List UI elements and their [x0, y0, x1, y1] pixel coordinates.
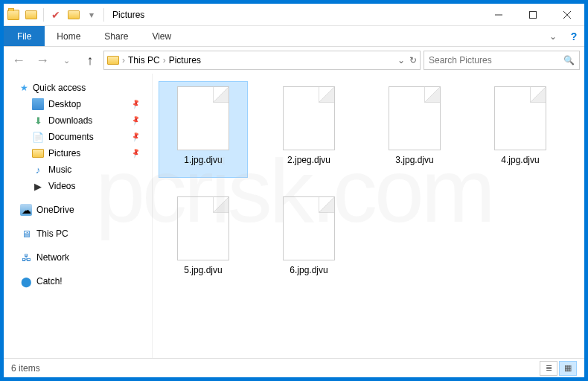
catch-icon: ⬤: [20, 275, 32, 287]
pictures-icon: [107, 54, 119, 66]
breadcrumb-pictures[interactable]: Pictures: [169, 55, 201, 65]
sidebar-this-pc[interactable]: 🖥 This PC: [7, 225, 149, 242]
explorer-window: ✔ ▾ Pictures File Home Share View ⌄ ?: [3, 3, 585, 378]
sidebar-item-documents[interactable]: 📄 Documents: [7, 129, 149, 145]
details-view-button[interactable]: ≣: [540, 361, 557, 376]
quick-access-toolbar: ✔ ▾ Pictures: [4, 7, 144, 23]
breadcrumb-thispc[interactable]: This PC: [128, 55, 160, 65]
separator: [43, 8, 44, 22]
titlebar: ✔ ▾ Pictures: [4, 4, 584, 26]
body: ★ Quick access Desktop ⬇ Downloads 📄 Doc…: [4, 74, 584, 358]
file-item[interactable]: 5.jpg.djvu: [159, 191, 248, 288]
sidebar-onedrive[interactable]: ☁ OneDrive: [7, 202, 149, 218]
up-button[interactable]: ↑: [80, 50, 100, 71]
file-icon: [494, 86, 546, 150]
expand-ribbon-icon[interactable]: ⌄: [543, 26, 563, 46]
address-dropdown-icon[interactable]: ⌄: [397, 55, 405, 65]
minimize-button[interactable]: [482, 4, 516, 26]
music-icon: ♪: [32, 164, 44, 176]
search-box[interactable]: 🔍: [424, 51, 580, 70]
file-item[interactable]: 3.jpg.djvu: [370, 81, 459, 178]
sidebar-item-desktop[interactable]: Desktop: [7, 96, 149, 112]
file-name: 5.jpg.djvu: [184, 265, 222, 275]
thumbnails-view-button[interactable]: ▦: [559, 361, 577, 376]
navigation-pane[interactable]: ★ Quick access Desktop ⬇ Downloads 📄 Doc…: [4, 74, 153, 358]
chevron-right-icon[interactable]: ›: [163, 55, 166, 65]
sidebar-quick-access[interactable]: ★ Quick access: [7, 80, 149, 96]
chevron-right-icon[interactable]: ›: [122, 55, 125, 65]
network-icon: 🖧: [20, 252, 32, 263]
folder-icon[interactable]: [65, 7, 82, 23]
pc-icon: 🖥: [20, 228, 32, 240]
refresh-icon[interactable]: ↻: [409, 55, 417, 65]
sidebar-catch[interactable]: ⬤ Catch!: [7, 273, 149, 289]
separator: [103, 8, 104, 22]
search-input[interactable]: [429, 55, 563, 65]
search-icon[interactable]: 🔍: [563, 55, 575, 65]
file-name: 4.jpg.djvu: [501, 155, 539, 165]
sidebar-item-downloads[interactable]: ⬇ Downloads: [7, 112, 149, 129]
file-item[interactable]: 4.jpg.djvu: [476, 81, 565, 178]
documents-icon: 📄: [32, 131, 44, 143]
window-controls: [482, 4, 584, 26]
onedrive-icon: ☁: [20, 204, 32, 216]
file-tab[interactable]: File: [4, 26, 45, 46]
downloads-icon: ⬇: [32, 115, 44, 127]
file-icon: [389, 86, 441, 150]
file-icon: [177, 86, 229, 150]
tab-view[interactable]: View: [140, 26, 183, 46]
maximize-button[interactable]: [516, 4, 550, 26]
sidebar-item-pictures[interactable]: Pictures: [7, 145, 149, 161]
svg-rect-1: [530, 11, 537, 18]
statusbar: 6 items ≣ ▦: [4, 358, 584, 377]
forward-button[interactable]: →: [32, 50, 53, 71]
sidebar-item-music[interactable]: ♪ Music: [7, 161, 149, 178]
desktop-icon: [32, 98, 44, 110]
pictures-icon: [32, 147, 44, 159]
back-button[interactable]: ←: [8, 50, 29, 71]
file-icon: [283, 196, 335, 260]
recent-dropdown[interactable]: ⌄: [56, 50, 77, 71]
status-count: 6 items: [11, 363, 40, 374]
file-item[interactable]: 1.jpg.djvu: [159, 81, 248, 178]
tab-share[interactable]: Share: [92, 26, 140, 46]
sidebar-item-videos[interactable]: ▶ Videos: [7, 178, 149, 194]
window-title: Pictures: [112, 10, 144, 20]
qat-customize-dropdown[interactable]: ▾: [83, 7, 100, 23]
explorer-icon[interactable]: [5, 7, 22, 23]
address-bar[interactable]: › This PC › Pictures ⌄ ↻: [103, 51, 421, 70]
properties-icon[interactable]: [23, 7, 39, 23]
close-button[interactable]: [550, 4, 584, 26]
file-icon: [177, 196, 229, 260]
file-name: 2.jpeg.djvu: [287, 155, 330, 165]
file-name: 6.jpg.djvu: [290, 265, 327, 275]
file-item[interactable]: 6.jpg.djvu: [264, 191, 354, 288]
videos-icon: ▶: [32, 180, 44, 192]
file-icon: [283, 86, 335, 150]
file-name: 3.jpg.djvu: [395, 155, 433, 165]
star-icon: ★: [20, 83, 28, 93]
tab-home[interactable]: Home: [45, 26, 92, 46]
file-name: 1.jpg.djvu: [184, 155, 222, 165]
check-icon[interactable]: ✔: [48, 7, 64, 23]
ribbon: File Home Share View ⌄ ?: [4, 26, 584, 47]
address-row: ← → ⌄ ↑ › This PC › Pictures ⌄ ↻ 🔍: [4, 47, 584, 74]
file-item[interactable]: 2.jpeg.djvu: [264, 81, 354, 178]
file-view[interactable]: 1.jpg.djvu2.jpeg.djvu3.jpg.djvu4.jpg.djv…: [153, 74, 584, 358]
help-icon[interactable]: ?: [563, 26, 584, 46]
sidebar-network[interactable]: 🖧 Network: [7, 249, 149, 266]
